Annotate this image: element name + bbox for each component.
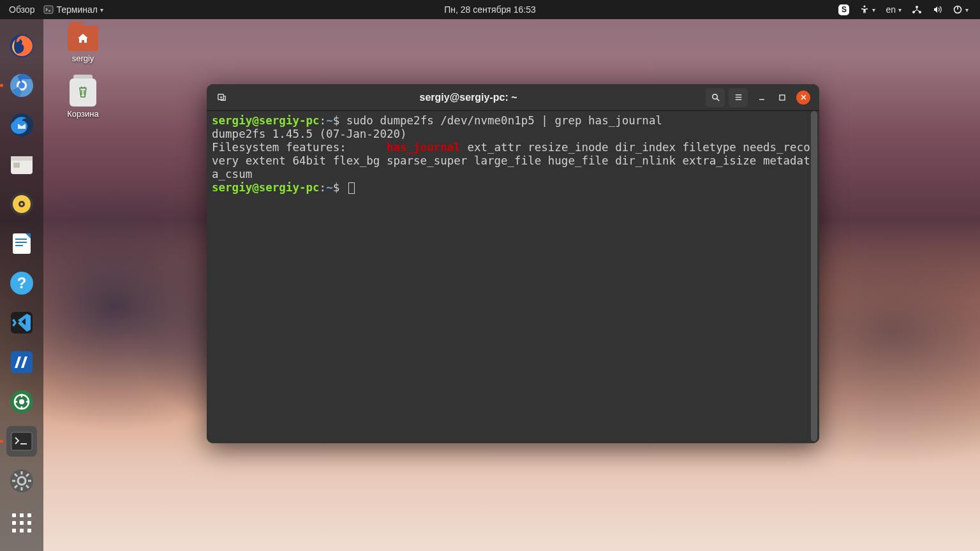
svg-rect-34 bbox=[780, 95, 785, 100]
new-tab-button[interactable] bbox=[212, 88, 231, 107]
svg-point-1 bbox=[864, 5, 866, 7]
clock[interactable]: Пн, 28 сентября 16:53 bbox=[444, 4, 536, 15]
svg-rect-20 bbox=[15, 242, 27, 243]
desktop-home-folder[interactable]: sergiy bbox=[57, 26, 108, 63]
dock-libreoffice-writer[interactable] bbox=[6, 228, 37, 259]
svg-rect-13 bbox=[13, 163, 20, 168]
svg-point-2 bbox=[916, 6, 918, 8]
titlebar[interactable]: sergiy@sergiy-pc: ~ bbox=[207, 84, 819, 111]
close-button[interactable] bbox=[796, 91, 810, 105]
input-source-label: en bbox=[886, 4, 896, 15]
scrollbar[interactable] bbox=[811, 111, 817, 441]
svg-rect-21 bbox=[15, 245, 23, 246]
svg-rect-19 bbox=[15, 239, 27, 240]
svg-point-33 bbox=[712, 94, 717, 99]
dock-virtualbox[interactable] bbox=[6, 347, 37, 378]
grep-match: has_journal bbox=[387, 141, 461, 154]
chevron-down-icon: ▾ bbox=[100, 6, 103, 13]
dock-thunderbird[interactable] bbox=[6, 110, 37, 140]
svg-point-17 bbox=[20, 203, 23, 205]
svg-rect-18 bbox=[13, 233, 31, 254]
svg-text:?: ? bbox=[17, 274, 27, 291]
dock-help[interactable]: ? bbox=[6, 268, 37, 298]
power-icon bbox=[953, 4, 963, 15]
activities-button[interactable]: Обзор bbox=[9, 4, 34, 15]
minimize-button[interactable] bbox=[755, 91, 768, 104]
dock-vscode[interactable] bbox=[6, 307, 37, 338]
dock-settings[interactable] bbox=[6, 466, 37, 496]
folder-icon bbox=[68, 26, 98, 51]
terminal-app-icon bbox=[43, 4, 54, 15]
show-applications-button[interactable] bbox=[6, 508, 37, 538]
volume-icon[interactable] bbox=[932, 4, 942, 15]
chevron-down-icon: ▾ bbox=[965, 6, 969, 13]
svg-point-28 bbox=[19, 399, 24, 404]
menu-button[interactable] bbox=[729, 88, 748, 107]
dock-firefox[interactable] bbox=[6, 31, 37, 61]
app-menu-label: Терминал bbox=[56, 4, 97, 15]
svg-rect-25 bbox=[11, 351, 33, 373]
skype-indicator-icon[interactable]: S bbox=[838, 4, 849, 15]
dock-files[interactable] bbox=[6, 149, 37, 180]
terminal-content[interactable]: sergiy@sergiy-pc:~$ sudo dumpe2fs /dev/n… bbox=[207, 111, 819, 443]
svg-rect-29 bbox=[11, 432, 32, 450]
command-text: sudo dumpe2fs /dev/nvme0n1p5 | grep has_… bbox=[346, 114, 662, 127]
dock-chromium[interactable] bbox=[6, 70, 37, 101]
power-menu[interactable]: ▾ bbox=[953, 4, 969, 15]
svg-rect-0 bbox=[44, 6, 53, 13]
desktop-icon-label: sergiy bbox=[72, 54, 94, 63]
window-title: sergiy@sergiy-pc: ~ bbox=[235, 92, 702, 103]
dock-rhythmbox[interactable] bbox=[6, 189, 37, 219]
maximize-button[interactable] bbox=[776, 91, 789, 104]
desktop-icons: sergiy Корзина bbox=[57, 26, 108, 119]
dock: ? bbox=[0, 19, 43, 551]
network-icon[interactable] bbox=[912, 4, 922, 15]
output-line: Filesystem features: has_journal ext_att… bbox=[212, 141, 814, 181]
prompt-user: sergiy bbox=[212, 114, 252, 127]
app-menu[interactable]: Терминал ▾ bbox=[43, 4, 103, 15]
cursor bbox=[348, 182, 355, 194]
prompt-host: sergiy-pc bbox=[259, 114, 320, 127]
search-button[interactable] bbox=[706, 88, 725, 107]
prompt-path: ~ bbox=[326, 114, 333, 127]
dock-terminal[interactable] bbox=[6, 426, 37, 457]
desktop-icon-label: Корзина bbox=[67, 109, 99, 119]
top-panel: Обзор Терминал ▾ Пн, 28 сентября 16:53 S… bbox=[0, 0, 980, 19]
chevron-down-icon: ▾ bbox=[898, 6, 902, 13]
svg-rect-12 bbox=[11, 156, 33, 161]
accessibility-menu[interactable]: ▾ bbox=[859, 4, 875, 15]
input-source-menu[interactable]: en ▾ bbox=[886, 4, 902, 15]
trash-icon bbox=[70, 78, 96, 107]
dock-remmina[interactable] bbox=[6, 386, 37, 417]
desktop-trash[interactable]: Корзина bbox=[57, 78, 108, 119]
chevron-down-icon: ▾ bbox=[872, 6, 875, 13]
accessibility-icon bbox=[859, 4, 870, 15]
output-line: dumpe2fs 1.45.5 (07-Jan-2020) bbox=[212, 128, 814, 141]
terminal-window: sergiy@sergiy-pc: ~ sergiy@sergiy-pc:~$ … bbox=[207, 84, 819, 443]
